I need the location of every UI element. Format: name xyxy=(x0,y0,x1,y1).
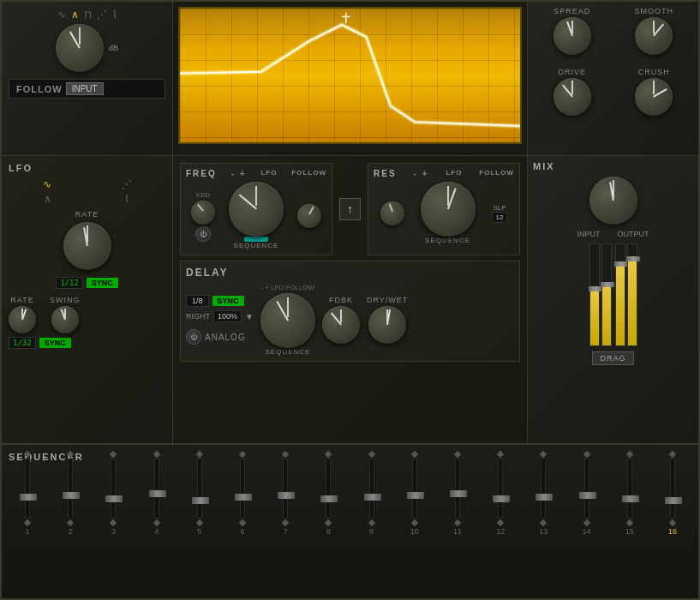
delay-time-value: 1/8 xyxy=(186,295,209,307)
effects-section: SPREAD SMOOTH DRIVE CRUSH xyxy=(527,2,698,156)
sync-button[interactable]: SYNC xyxy=(87,278,118,288)
seq-handle-15[interactable] xyxy=(622,495,639,502)
seq-handle-12[interactable] xyxy=(493,495,510,502)
seq-handle-13[interactable] xyxy=(535,494,553,501)
freq-main-knob[interactable] xyxy=(229,182,284,237)
output-fader-1[interactable] xyxy=(615,243,625,346)
swing-group: SWING xyxy=(50,296,81,333)
route-button[interactable]: ↑ xyxy=(339,198,361,220)
lfo-title: LFO xyxy=(9,163,165,173)
seq-handle-14[interactable] xyxy=(579,492,596,499)
seq-track-12[interactable] xyxy=(498,459,503,519)
analog-label: ANALOG xyxy=(205,333,246,342)
seq-diamond-8 xyxy=(325,451,332,458)
seq-handle-16[interactable] xyxy=(665,497,682,504)
delay-minus[interactable]: - xyxy=(261,284,264,291)
seq-diamond-7 xyxy=(282,519,289,526)
seq-track-2[interactable] xyxy=(68,459,73,519)
freq-follow-knob[interactable] xyxy=(297,204,321,228)
input-fader-handle-1[interactable] xyxy=(589,286,602,291)
input-fader-handle-2[interactable] xyxy=(601,282,614,287)
seq-track-13[interactable] xyxy=(541,459,546,519)
wave-square[interactable]: ⊓ xyxy=(84,9,92,21)
swing-knob[interactable] xyxy=(51,306,79,333)
seq-handle-6[interactable] xyxy=(235,494,252,501)
seq-track-4[interactable] xyxy=(154,459,159,519)
spread-label: SPREAD xyxy=(553,7,590,15)
res-minus[interactable]: - xyxy=(414,169,418,178)
res-main-knob[interactable] xyxy=(421,182,476,237)
delay-main-knob[interactable] xyxy=(260,293,315,348)
delay-power-btn[interactable]: ⏻ xyxy=(186,329,201,345)
wave-noise[interactable]: ⌇ xyxy=(112,9,117,21)
output-fader-handle-2[interactable] xyxy=(626,256,640,261)
seq-handle-2[interactable] xyxy=(63,492,80,499)
rate2-knob[interactable] xyxy=(9,306,36,333)
seq-fader-7: 7 xyxy=(266,452,304,536)
seq-diamond-16 xyxy=(669,451,676,458)
fdbk-knob[interactable] xyxy=(322,306,360,344)
res-lfo-label: LFO xyxy=(446,169,462,178)
lfo-wave-noise[interactable]: ⌇ xyxy=(88,193,165,205)
output-fader-2[interactable] xyxy=(627,243,637,346)
kbd-power-btn[interactable]: ⏻ xyxy=(195,226,211,242)
seq-track-15[interactable] xyxy=(627,459,632,519)
seq-track-16[interactable] xyxy=(670,459,675,519)
seq-track-9[interactable] xyxy=(369,459,374,519)
crush-knob[interactable] xyxy=(635,78,673,116)
seq-diamond-5 xyxy=(196,451,203,458)
wave-triangle[interactable]: ∧ xyxy=(71,9,79,21)
output-fader-handle-1[interactable] xyxy=(614,261,628,267)
freq-minus[interactable]: - xyxy=(231,169,236,178)
smooth-group: SMOOTH xyxy=(615,7,694,64)
wave-sine[interactable]: ∿ xyxy=(57,9,66,21)
seq-handle-1[interactable] xyxy=(20,494,37,501)
seq-track-3[interactable] xyxy=(111,459,116,519)
drag-button[interactable]: DRAG xyxy=(592,351,633,365)
input-fader-1[interactable] xyxy=(589,243,600,346)
lfo-wave-sine[interactable]: ∿ xyxy=(9,178,86,190)
spread-knob[interactable] xyxy=(553,17,591,55)
res-lfo-knob[interactable] xyxy=(380,201,404,225)
seq-track-10[interactable] xyxy=(412,459,417,519)
filter-controls: FREQ - + LFO FOLLOW KBD ⏻ xyxy=(173,156,527,444)
seq-handle-11[interactable] xyxy=(450,490,467,497)
seq-track-6[interactable] xyxy=(240,459,245,519)
wave-saw[interactable]: ⋰ xyxy=(97,9,107,21)
smooth-knob[interactable] xyxy=(635,17,673,55)
freq-res-row: FREQ - + LFO FOLLOW KBD ⏻ xyxy=(180,163,520,255)
seq-handle-4[interactable] xyxy=(149,490,166,497)
sequencer-faders: 12345678910111213141516 xyxy=(9,465,691,543)
envelope-main-knob[interactable] xyxy=(56,24,104,72)
sync2-button[interactable]: SYNC xyxy=(39,338,71,348)
seq-track-14[interactable] xyxy=(584,459,589,519)
seq-handle-10[interactable] xyxy=(407,492,424,499)
seq-track-5[interactable] xyxy=(197,459,202,519)
lfo-wave-triangle[interactable]: ∧ xyxy=(9,193,86,205)
kbd-group: KBD ⏻ xyxy=(191,189,215,242)
delay-sync-button[interactable]: SYNC xyxy=(212,296,244,306)
input-fader-fill-2 xyxy=(602,285,611,345)
drywet-knob[interactable] xyxy=(368,306,406,344)
rate-knob[interactable] xyxy=(63,222,111,270)
seq-track-11[interactable] xyxy=(455,459,460,519)
seq-handle-8[interactable] xyxy=(320,495,338,502)
seq-track-1[interactable] xyxy=(25,459,30,519)
seq-track-7[interactable] xyxy=(283,459,288,519)
seq-handle-9[interactable] xyxy=(364,494,381,501)
mix-main-knob[interactable] xyxy=(589,177,637,225)
seq-handle-3[interactable] xyxy=(105,495,123,502)
delay-dropdown-icon[interactable]: ▼ xyxy=(245,312,254,321)
seq-track-8[interactable] xyxy=(326,459,331,519)
seq-handle-7[interactable] xyxy=(278,492,295,499)
freq-plus[interactable]: + xyxy=(240,169,247,178)
seq-handle-5[interactable] xyxy=(192,497,209,504)
drive-knob[interactable] xyxy=(553,78,591,116)
res-plus[interactable]: + xyxy=(422,169,429,178)
input-fader-2[interactable] xyxy=(601,243,612,346)
freq-kbd-knob[interactable] xyxy=(191,201,215,225)
lfo-wave-saw[interactable]: ⋰ xyxy=(88,178,165,190)
input-badge[interactable]: INPUT xyxy=(66,82,104,95)
delay-plus[interactable]: + xyxy=(265,284,269,291)
delay-right-row: RIGHT 100% ▼ xyxy=(186,310,254,322)
